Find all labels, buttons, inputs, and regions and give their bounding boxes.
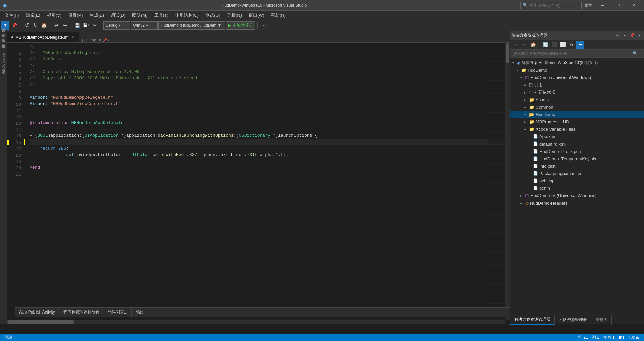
code-content[interactable]: 1234567 891011121314 1516 1718192021 // … xyxy=(7,43,510,324)
tree-mbprogress[interactable]: 📁 MBProgressHUD xyxy=(510,118,644,125)
sidebar-resource-mgr[interactable]: 资源管 xyxy=(0,38,7,43)
minimap[interactable] xyxy=(488,43,505,320)
sol-tb-active[interactable]: ━ xyxy=(576,41,584,49)
tab-error-list[interactable]: 错误列表... xyxy=(104,307,132,317)
h-scrollbar[interactable] xyxy=(7,320,505,324)
sol-tb-filter[interactable]: ⬜ xyxy=(559,41,567,49)
footer-tab-solution[interactable]: 解决方案资源管理器 xyxy=(510,315,555,325)
tab-close-active[interactable]: ✕ xyxy=(71,35,75,40)
h-scrollbar-thumb[interactable] xyxy=(7,320,74,324)
config-dropdown[interactable]: Debug ▾ xyxy=(103,21,130,30)
footer-tab-team[interactable]: 团队资源管理器 xyxy=(555,315,591,325)
menu-project[interactable]: 项目(P) xyxy=(65,11,86,20)
tb-redo[interactable]: ↪ xyxy=(61,21,69,30)
solution-search-input[interactable] xyxy=(513,51,631,56)
login-link[interactable]: 登录 xyxy=(584,2,592,8)
tb-home[interactable]: 🏠 xyxy=(40,21,48,30)
sidebar-source-control[interactable]: 源代码管理 xyxy=(0,32,7,38)
platform-arrow: ▾ xyxy=(146,23,148,28)
run-button[interactable]: ▶ 本地计算机 xyxy=(226,21,255,30)
platform-dropdown[interactable]: Win32 ▾ xyxy=(131,21,158,30)
tree-huddemo-root[interactable]: 📁 HudDemo xyxy=(510,66,644,74)
sol-tb-back[interactable]: ↩ xyxy=(512,41,520,49)
panel-pin-btn[interactable]: 📌 xyxy=(629,32,635,39)
tree-huddemo-universal[interactable]: ◻ HudDemo (Universal Windows) xyxy=(510,74,644,81)
tab-output[interactable]: 输出 xyxy=(132,307,148,317)
tree-huddemo-tv[interactable]: ◻ HudDemoTV (Universal Windows) xyxy=(510,192,644,199)
sol-tb-home[interactable]: 🏠 xyxy=(529,41,537,49)
status-publish[interactable]: ↑ 发布 xyxy=(626,334,641,341)
sol-tb-refresh[interactable]: 🔄 xyxy=(541,41,549,49)
tree-xcode-var[interactable]: 📁 Xcode Variable Files xyxy=(510,125,644,133)
status-ins[interactable]: Ins xyxy=(617,334,626,341)
tree-common[interactable]: 📁 Common xyxy=(510,103,644,111)
menu-test[interactable]: 测试(G) xyxy=(202,11,224,20)
menu-window[interactable]: 窗口(W) xyxy=(245,11,268,20)
tree-temp-key[interactable]: 📄 HudDemo_TemporaryKey.pfx xyxy=(510,155,644,162)
tree-pch-cpp[interactable]: 📄 pch.cpp xyxy=(510,177,644,184)
tb-cut[interactable]: ✂ xyxy=(91,21,99,30)
sidebar-sql[interactable]: SQL Server 对象资源管理器 xyxy=(0,48,7,74)
panel-expand-btn[interactable]: ✕ xyxy=(636,32,643,39)
footer-tab-class[interactable]: 类视图 xyxy=(591,315,612,325)
tab-web-publish[interactable]: Web Publish Activity xyxy=(15,307,59,317)
close-button[interactable]: ✕ xyxy=(626,0,641,11)
pch-close[interactable]: ✕ xyxy=(99,38,101,42)
tab-package-manager[interactable]: 程序包管理器控制台 xyxy=(59,307,104,317)
tree-package-manifest[interactable]: 📄 Package.appxmanifest xyxy=(510,170,644,177)
pch-pin[interactable]: 📌 xyxy=(103,38,107,42)
tb-pin-btn[interactable]: 📌 xyxy=(10,21,18,30)
sidebar-build[interactable]: 生成 xyxy=(0,43,7,48)
v-scrollbar[interactable] xyxy=(505,43,510,320)
code-line-6: // Copyright © 2009-2016 Matej Bukovinsk… xyxy=(30,75,510,81)
menu-help[interactable]: 帮助(H) xyxy=(268,11,289,20)
menu-view[interactable]: 视图(V) xyxy=(44,11,65,20)
minimize-button[interactable]: ─ xyxy=(595,0,610,11)
status-char[interactable]: 字符 1 xyxy=(601,334,617,341)
sol-tb-forward[interactable]: ↪ xyxy=(520,41,528,49)
menu-edit[interactable]: 编辑(E) xyxy=(22,11,44,20)
menu-build[interactable]: 生成(B) xyxy=(86,11,107,20)
sidebar-toolbox[interactable]: 工具箱 xyxy=(0,74,7,79)
menu-file[interactable]: 文件(F) xyxy=(1,11,22,20)
tb-save-all[interactable]: 💾+ xyxy=(82,21,90,30)
tab-mbhuddemo[interactable]: MBHudDemoAppDelegate.m* ✕ xyxy=(7,32,79,42)
tree-solution-root[interactable]: ◈ 解决方案'HudDemo-WinStore10'(3 个项目) xyxy=(510,59,644,66)
menu-arch[interactable]: 体系结构(C) xyxy=(172,11,202,20)
v-scrollbar-thumb[interactable] xyxy=(506,43,509,63)
restore-button[interactable]: ❐ xyxy=(610,0,626,11)
tree-prefix-pch[interactable]: 📄 HudDemo_Prefix.pch xyxy=(510,148,644,155)
tree-assets[interactable]: 📁 Assets xyxy=(510,96,644,103)
panel-close-btn[interactable]: ▪ xyxy=(621,32,628,39)
tree-app-xaml[interactable]: 📄 App.xaml xyxy=(510,133,644,140)
menu-analyze[interactable]: 分析(N) xyxy=(224,11,245,20)
pch-expand[interactable]: ▾ xyxy=(108,38,110,42)
tree-huddemo-folder[interactable]: 📂 HudDemo xyxy=(510,111,644,118)
status-row[interactable]: 行 21 xyxy=(576,334,590,341)
tb-nav-back[interactable]: ↺ xyxy=(22,21,31,30)
tree-pch-h[interactable]: 📄 pch.h xyxy=(510,184,644,192)
menu-debug[interactable]: 调试(D) xyxy=(107,11,129,20)
quick-launch-input[interactable] xyxy=(529,3,579,8)
tree-references[interactable]: ⬚ 引用 xyxy=(510,81,644,89)
tree-external-deps[interactable]: ⬚ 外部依赖项 xyxy=(510,89,644,96)
tb-forward[interactable]: ↻ xyxy=(31,21,39,30)
tb-save[interactable]: 💾 xyxy=(73,21,82,30)
menu-tools[interactable]: 工具(T) xyxy=(151,11,172,20)
tree-area[interactable]: ◈ 解决方案'HudDemo-WinStore10'(3 个项目) 📁 HudD… xyxy=(510,58,644,315)
tree-huddemo-headers[interactable]: ◇ HudDemo-Headers xyxy=(510,199,644,207)
sol-tb-collapse[interactable]: ⬛ xyxy=(550,41,558,49)
code-line-21[interactable] xyxy=(30,171,510,177)
code-lines[interactable]: // // MBHudDemoAppDelegate.m // HudDemo … xyxy=(24,43,510,324)
solution-search-clear[interactable]: ✕ xyxy=(639,51,641,56)
tb-filter-btn[interactable]: ▼ xyxy=(1,21,9,30)
tb-undo[interactable]: ↩ xyxy=(52,21,60,30)
sol-tb-settings[interactable]: ⚙ xyxy=(568,41,576,49)
tree-info-plist[interactable]: 📄 Info.plist xyxy=(510,162,644,170)
menu-team[interactable]: 团队(M) xyxy=(129,11,151,20)
status-col[interactable]: 列 1 xyxy=(590,334,601,341)
tree-default-rd[interactable]: 📄 default.rd.xml xyxy=(510,140,644,148)
panel-nav-up-btn[interactable]: ← xyxy=(614,32,621,39)
project-dropdown[interactable]: HudDemo (HudDemo\HudDem ▼ xyxy=(158,21,225,30)
tb-more[interactable]: ⋯ xyxy=(260,21,268,30)
